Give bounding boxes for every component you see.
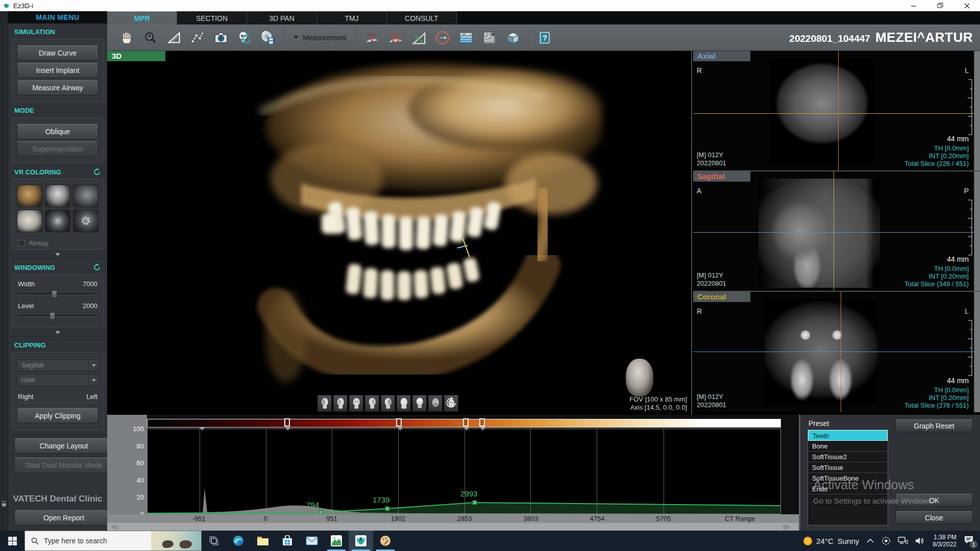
change-layout-button[interactable]: Change Layout — [14, 438, 107, 454]
clipping-plane-select[interactable]: Sagittal — [17, 359, 99, 371]
vr-color-gradient-bar[interactable] — [147, 419, 781, 428]
zoom-magnifier-icon[interactable] — [139, 27, 162, 49]
orient-back-button[interactable] — [396, 395, 411, 412]
capture-camera-icon[interactable] — [209, 27, 233, 49]
slice-scrollbar[interactable] — [974, 292, 980, 412]
taskbar-store-icon[interactable] — [275, 531, 300, 551]
gradient-marker-handle[interactable] — [396, 418, 402, 427]
pan-hand-icon[interactable] — [115, 27, 139, 49]
meet-now-icon[interactable] — [881, 536, 891, 545]
superimposition-button[interactable]: Superimposition — [17, 141, 99, 157]
gradient-marker-handle[interactable] — [463, 418, 469, 427]
crop-area-icon[interactable] — [478, 27, 501, 49]
restore-button[interactable] — [927, 0, 953, 11]
coronal-panel[interactable]: Coronal R L [M] 012Y20220801 44 mm TH [0… — [693, 292, 980, 412]
width-slider-thumb[interactable] — [52, 290, 57, 298]
clipping-range-slider[interactable] — [18, 403, 97, 403]
level-slider[interactable] — [18, 315, 97, 317]
close-button[interactable] — [953, 0, 980, 11]
taskbar-mail-icon[interactable] — [300, 531, 324, 551]
start-button[interactable] — [0, 531, 24, 551]
scrollbar-right-handle[interactable] — [783, 524, 797, 530]
vr-coloring-refresh-icon[interactable] — [93, 168, 101, 176]
vr-preset-thumbnail-custom[interactable] — [73, 210, 99, 232]
vr-coloring-collapse-toggle[interactable] — [11, 251, 104, 259]
measurement-dropdown[interactable]: Measurement — [288, 34, 352, 42]
tab-section[interactable]: SECTION — [177, 11, 247, 24]
search-daily-image[interactable] — [151, 531, 201, 550]
axial-panel[interactable]: Axial R L [M] 012Y20220801 44 mm TH [0.0… — [693, 51, 980, 171]
length-measure-icon[interactable] — [162, 27, 186, 49]
angle-measure-icon[interactable] — [360, 27, 384, 49]
tab-mpr[interactable]: MPR — [107, 11, 177, 24]
save-cd-icon[interactable] — [256, 27, 280, 49]
gradient-marker-triangle[interactable] — [480, 428, 485, 433]
preset-item-teeth[interactable]: Teeth — [808, 430, 888, 441]
tab-consult[interactable]: CONSULT — [387, 11, 457, 24]
orient-left-button[interactable] — [333, 395, 348, 412]
airway-checkbox[interactable] — [18, 240, 24, 246]
curve-measure-icon[interactable] — [186, 27, 209, 49]
orient-rotate-reset-button[interactable] — [444, 395, 458, 412]
width-slider[interactable] — [18, 293, 97, 295]
preset-item-softtissuebone[interactable]: SoftTissueBone — [808, 473, 888, 484]
slice-scrollbar[interactable] — [974, 171, 980, 291]
level-slider-thumb[interactable] — [50, 312, 55, 320]
action-center-button[interactable]: 1 — [964, 535, 974, 546]
vr-preset-thumbnail-mip[interactable] — [45, 210, 70, 232]
volume-cube-icon[interactable] — [501, 27, 525, 49]
vr-preset-thumbnail-teeth[interactable] — [17, 185, 42, 207]
coronal-horizontal-crosshair[interactable] — [693, 352, 974, 352]
orient-right-button[interactable] — [364, 395, 379, 412]
clipping-mode-select[interactable]: User — [17, 374, 99, 386]
viewport-3d[interactable]: 3D — [107, 51, 692, 415]
help-icon[interactable]: ? — [533, 27, 557, 49]
slice-scrollbar[interactable] — [974, 51, 980, 170]
scrollbar-left-handle[interactable] — [109, 524, 122, 530]
sagittal-vertical-crosshair[interactable] — [834, 171, 834, 291]
close-button[interactable]: Close — [895, 511, 973, 524]
tray-expand-chevron-icon[interactable] — [866, 538, 874, 543]
panorama-view-icon[interactable] — [454, 27, 478, 49]
orient-bottom-button[interactable] — [428, 395, 443, 412]
speaker-icon[interactable] — [915, 537, 925, 545]
orient-top-button[interactable] — [412, 395, 427, 412]
vr-preset-thumbnail-bone[interactable] — [45, 185, 70, 207]
tab-3d-pan[interactable]: 3D PAN — [247, 11, 317, 24]
vr-preset-thumbnail-softtissue[interactable] — [17, 210, 42, 232]
coronal-vertical-crosshair[interactable] — [841, 292, 841, 412]
taskbar-paint-app-icon[interactable] — [373, 531, 398, 551]
preset-item-endo[interactable]: Endo — [808, 484, 888, 494]
dual-monitor-button[interactable]: Start Dual Monitor Mode — [14, 458, 107, 473]
windowing-refresh-icon[interactable] — [93, 263, 101, 271]
oblique-button[interactable]: Oblique — [17, 124, 99, 139]
orient-right-oblique-button[interactable] — [380, 395, 395, 412]
angle-3point-measure-icon[interactable] — [384, 27, 407, 49]
taskbar-ez3d-icon[interactable] — [349, 531, 373, 551]
gradient-marker-handle[interactable] — [479, 418, 485, 427]
preset-item-bone[interactable]: Bone — [808, 441, 888, 452]
taskbar-ezdent-icon[interactable] — [324, 531, 349, 551]
histogram-scrollbar[interactable] — [107, 522, 799, 531]
insert-implant-button[interactable]: Insert Implant — [17, 63, 99, 78]
graph-reset-button[interactable]: Graph Reset — [895, 419, 973, 432]
gradient-marker-handle[interactable] — [284, 418, 290, 427]
ok-button[interactable]: OK — [895, 494, 973, 507]
orient-left-oblique-button[interactable] — [317, 395, 332, 412]
axial-vertical-crosshair[interactable] — [838, 51, 839, 170]
preset-item-softtissue[interactable]: SoftTissue — [808, 462, 888, 473]
orient-front-button[interactable] — [349, 395, 363, 412]
vr-preset-thumbnail-gray[interactable] — [73, 185, 99, 207]
task-view-button[interactable] — [202, 531, 226, 551]
gradient-marker-triangle[interactable] — [398, 428, 403, 433]
network-icon[interactable] — [898, 537, 908, 545]
reset-view-skull-icon[interactable] — [233, 27, 256, 49]
gradient-marker-triangle[interactable] — [464, 428, 469, 433]
weather-widget[interactable]: 24°C Sunny — [803, 537, 859, 545]
apply-clipping-button[interactable]: Apply Clipping — [17, 408, 99, 423]
taskbar-edge-icon[interactable] — [226, 531, 251, 551]
windowing-collapse-toggle[interactable] — [11, 329, 104, 337]
roi-circle-measure-icon[interactable] — [431, 27, 454, 49]
minimize-button[interactable] — [900, 0, 927, 11]
histogram-plot[interactable] — [147, 429, 781, 514]
